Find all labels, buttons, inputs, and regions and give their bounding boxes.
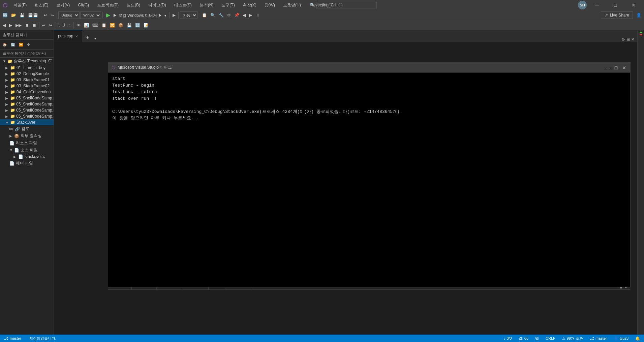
status-encoding[interactable]: CRLF bbox=[544, 335, 557, 342]
tab-dropdown-button[interactable]: ▾ bbox=[92, 35, 98, 42]
sidebar-search-label[interactable]: 솔루션 탐색기 검색(Ctrl+;) bbox=[0, 50, 54, 58]
menu-debug[interactable]: 디버그(D) bbox=[146, 2, 168, 9]
status-errors[interactable]: ↕ 0/0 bbox=[502, 335, 513, 342]
status-line-col[interactable]: 열: 66 bbox=[517, 335, 530, 342]
toolbar-new-btn[interactable]: 🆕 bbox=[1, 11, 9, 19]
debug-step-into-btn[interactable]: ⤵ bbox=[57, 21, 61, 29]
sidebar-item-extdeps[interactable]: ▶ 📦 외부 종속성 bbox=[0, 132, 54, 139]
debug-threads-btn[interactable]: 🔀 bbox=[109, 21, 116, 29]
sidebar-item-project1[interactable]: ▶ 📁 01_I_am_a_boy bbox=[0, 65, 54, 71]
debug-memory-btn[interactable]: 💾 bbox=[125, 21, 133, 29]
sidebar-item-project5[interactable]: ▶ 📁 04_CallConvention bbox=[0, 89, 54, 95]
run-dropdown-icon[interactable]: ▾ bbox=[164, 14, 166, 18]
menu-test[interactable]: 테스트(S) bbox=[172, 2, 194, 9]
menu-file[interactable]: 파일(F) bbox=[11, 2, 29, 9]
toolbar-undo-btn[interactable]: ↩ bbox=[42, 11, 49, 19]
run-debugger-button[interactable]: ▶ ▶ 로컬 Windows 디버거 ▶ ▾ bbox=[104, 12, 168, 19]
sidebar-home-btn[interactable]: 🏠 bbox=[1, 40, 8, 49]
live-share-button[interactable]: ↗ Live Share bbox=[601, 11, 633, 19]
toolbar-open-btn[interactable]: 📂 bbox=[10, 11, 18, 19]
status-master-branch[interactable]: ⎇ master bbox=[588, 335, 608, 342]
debug-back-btn[interactable]: ◀ bbox=[1, 21, 7, 29]
debug-stop-btn[interactable]: ⏹ bbox=[31, 21, 38, 29]
debug-modal-minimize-btn[interactable]: ─ bbox=[605, 65, 611, 70]
sidebar-item-project6[interactable]: ▶ 📁 05_ShellCodeSamp... bbox=[0, 95, 54, 101]
debug-callstack-btn[interactable]: 📋 bbox=[100, 21, 108, 29]
toolbar-misc8[interactable]: ⏸ bbox=[254, 11, 261, 19]
sidebar-filter-btn[interactable]: 🔽 bbox=[18, 40, 24, 49]
sidebar-item-project4[interactable]: ▶ 📁 03_StackFrame02 bbox=[0, 83, 54, 89]
debug-modules-btn[interactable]: 📦 bbox=[117, 21, 125, 29]
toolbar-redo-btn[interactable]: ↪ bbox=[49, 11, 55, 19]
menu-view[interactable]: 보기(V) bbox=[54, 2, 72, 9]
debug-immediate-btn[interactable]: ⌨ bbox=[91, 21, 99, 29]
toolbar-extra-btn[interactable]: ▶ bbox=[171, 11, 177, 19]
toolbar-misc3[interactable]: 🔧 bbox=[217, 11, 225, 19]
sidebar-sync-btn[interactable]: 🔄 bbox=[9, 40, 16, 49]
debug-step-over-btn[interactable]: ⤴ bbox=[62, 21, 67, 29]
toolbar-misc4[interactable]: ⚙ bbox=[226, 11, 232, 19]
menu-analyze[interactable]: 분석(N) bbox=[198, 2, 216, 9]
status-warning-count[interactable]: ⚠ 99개 초과 bbox=[561, 335, 584, 342]
restore-button[interactable]: □ bbox=[608, 0, 623, 10]
debug-watch-btn[interactable]: 👁 bbox=[75, 21, 82, 29]
user-avatar[interactable]: SH bbox=[578, 1, 587, 9]
platform-dropdown[interactable]: Win32 bbox=[80, 11, 101, 19]
toolbar-misc6[interactable]: ◀ bbox=[241, 11, 247, 19]
sidebar-item-project2[interactable]: ▶ 📁 02_DebugSample bbox=[0, 71, 54, 77]
sidebar-item-stackover[interactable]: ▼ 📁 StackOver bbox=[0, 119, 54, 125]
sidebar-settings-btn[interactable]: ⚙ bbox=[26, 40, 31, 49]
menu-help[interactable]: 도움말(H) bbox=[281, 2, 303, 9]
menu-tools[interactable]: 도구(T) bbox=[219, 2, 237, 9]
editor-settings-icon[interactable]: ⚙ bbox=[621, 37, 625, 42]
toolbar-misc5[interactable]: 📌 bbox=[233, 11, 241, 19]
debug-disasm-btn[interactable]: 🔣 bbox=[134, 21, 142, 29]
new-tab-button[interactable]: + bbox=[82, 33, 92, 42]
debug-modal-close-btn[interactable]: ✕ bbox=[621, 65, 627, 70]
sidebar-item-project7[interactable]: ▶ 📁 05_ShellCodeSamp... bbox=[0, 101, 54, 107]
close-button[interactable]: ✕ bbox=[626, 0, 641, 10]
menu-git[interactable]: Git(G) bbox=[76, 2, 91, 8]
menu-project[interactable]: 프로젝트(P) bbox=[95, 2, 121, 9]
status-git-branch[interactable]: ⎇ master bbox=[3, 335, 23, 342]
sidebar-item-headers[interactable]: 📄 헤더 파일 bbox=[0, 160, 54, 167]
editor-split-icon[interactable]: ⊞ bbox=[626, 37, 630, 42]
debug-pause-btn[interactable]: ⏸ bbox=[24, 21, 30, 29]
toolbar-save-all-btn[interactable]: 💾💾 bbox=[27, 11, 39, 19]
debug-locals-btn[interactable]: 📊 bbox=[83, 21, 90, 29]
status-save[interactable]: 저장되었습니다. bbox=[28, 335, 58, 342]
sidebar-item-project8[interactable]: ▶ 📁 05_ShellCodeSamp... bbox=[0, 107, 54, 113]
menu-window[interactable]: 창(W) bbox=[263, 2, 277, 9]
toolbar-misc2[interactable]: 🔍 bbox=[209, 11, 217, 19]
debug-step-out-btn[interactable]: ↑ bbox=[67, 21, 72, 29]
sidebar-item-stackoverc[interactable]: ▶ 📄 stackover.c bbox=[0, 154, 54, 160]
tab-puts-cpp-close[interactable]: ✕ bbox=[75, 34, 78, 38]
debug-regs-btn[interactable]: 📝 bbox=[142, 21, 150, 29]
debug-continue-btn[interactable]: ▶▶ bbox=[14, 21, 23, 29]
status-tab[interactable]: 탭 bbox=[534, 335, 540, 342]
tab-puts-cpp[interactable]: puts.cpp ✕ bbox=[54, 30, 82, 42]
auto-dropdown[interactable]: 자동 bbox=[180, 11, 197, 19]
toolbar-misc7[interactable]: ▶ bbox=[248, 11, 253, 19]
debug-fwd-btn[interactable]: ▶ bbox=[8, 21, 13, 29]
toolbar-misc1[interactable]: 📋 bbox=[201, 11, 208, 19]
menu-extensions[interactable]: 확장(X) bbox=[241, 2, 258, 9]
status-user[interactable]: 👤 tyuz3 bbox=[612, 335, 630, 342]
toolbar-save-btn[interactable]: 💾 bbox=[18, 11, 26, 19]
menu-edit[interactable]: 편집(E) bbox=[33, 2, 50, 9]
sidebar-item-resources[interactable]: 📄 리소스 파일 bbox=[0, 139, 54, 147]
sidebar-item-sourcefiles[interactable]: ▼ 📄 소스 파일 bbox=[0, 147, 54, 154]
editor-close-icon[interactable]: ✕ bbox=[631, 37, 635, 42]
sidebar-item-project9[interactable]: ▶ 📁 05_ShellCodeSamp... bbox=[0, 113, 54, 119]
debug-redo-btn[interactable]: ↪ bbox=[48, 21, 54, 29]
status-notifications[interactable]: 🔔 bbox=[634, 335, 641, 342]
sidebar-item-solution[interactable]: ▼ 📁 솔루션 'Reversing_C' bbox=[0, 58, 54, 65]
sidebar-item-refs[interactable]: ▶▶ 🔗 참조 bbox=[0, 125, 54, 132]
debug-undo-btn[interactable]: ↩ bbox=[41, 21, 47, 29]
menu-build[interactable]: 빌드(B) bbox=[125, 2, 142, 9]
toolbar-profile-btn[interactable]: 👤 bbox=[635, 11, 643, 19]
config-dropdown[interactable]: Debug bbox=[58, 11, 80, 19]
minimize-button[interactable]: ─ bbox=[589, 0, 605, 10]
sidebar-item-project3[interactable]: ▶ 📁 03_StackFrame01 bbox=[0, 77, 54, 83]
debug-modal-restore-btn[interactable]: □ bbox=[613, 65, 619, 70]
